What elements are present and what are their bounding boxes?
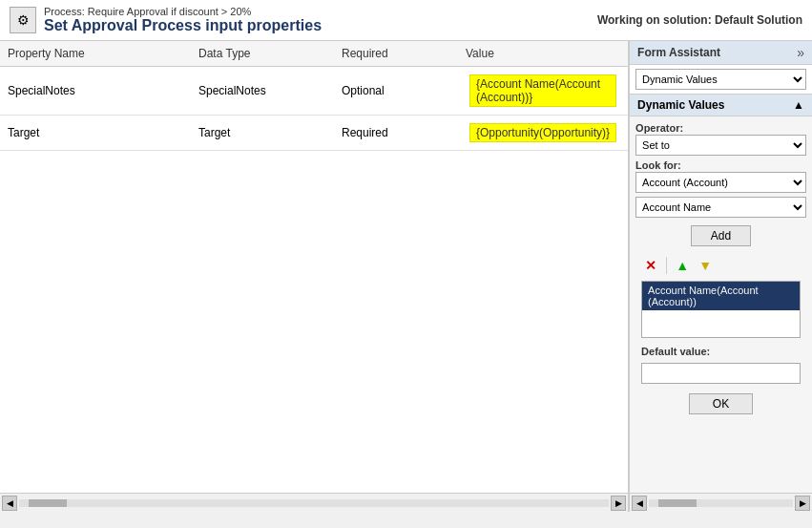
right-scroll-thumb (658, 499, 697, 507)
dynamic-values-section: Dynamic Values ▲ (630, 95, 812, 116)
left-panel: Property Name Data Type Required Value S… (0, 41, 629, 512)
collapse-icon[interactable]: ▲ (793, 98, 804, 112)
process-icon: ⚙ (10, 7, 36, 33)
col-property-name: Property Name (8, 47, 198, 60)
separator (666, 257, 667, 274)
panel-content: Operator: Set to Look for: Account (Acco… (630, 116, 812, 493)
dynamic-values-select[interactable]: Dynamic Values (635, 69, 806, 90)
action-bar: ✕ ▲ ▼ (635, 254, 806, 277)
operator-group: Operator: Set to (635, 122, 806, 156)
delete-icon[interactable]: ✕ (641, 256, 660, 275)
cell-datatype-1: SpecialNotes (198, 84, 342, 97)
solution-label: Working on solution: Default Solution (597, 13, 802, 27)
main-container: Property Name Data Type Required Value S… (0, 41, 812, 512)
operator-select[interactable]: Set to (635, 135, 806, 156)
cell-required-2: Required (342, 126, 466, 139)
cell-value-1[interactable]: {Account Name(Account (Account))} (466, 73, 620, 109)
lookfor-select[interactable]: Account (Account) (635, 172, 806, 193)
cell-property-1: SpecialNotes (8, 84, 198, 97)
cell-property-2: Target (8, 126, 198, 139)
form-assistant-header: Form Assistant » (630, 41, 812, 65)
field-select[interactable]: Account Name (635, 197, 806, 218)
value-highlight-2[interactable]: {Opportunity(Opportunity)} (469, 123, 616, 142)
default-value-label: Default value: (635, 342, 806, 359)
cell-datatype-2: Target (198, 126, 342, 139)
lookfor-group: Look for: Account (Account) Account Name (635, 159, 806, 218)
table-row: SpecialNotes SpecialNotes Optional {Acco… (0, 67, 628, 116)
col-required: Required (342, 47, 466, 60)
value-list-item[interactable]: Account Name(Account (Account)) (642, 282, 800, 310)
table-row: Target Target Required {Opportunity(Oppo… (0, 116, 628, 151)
scroll-thumb (29, 499, 67, 507)
ok-button[interactable]: OK (689, 393, 753, 414)
expand-icon[interactable]: » (797, 45, 804, 60)
right-bottom-scrollbar: ◀ ▶ (630, 493, 812, 512)
top-bar: ⚙ Process: Require Approval if discount … (0, 0, 812, 41)
table-header: Property Name Data Type Required Value (0, 41, 628, 67)
dynamic-values-row: Dynamic Values (630, 65, 812, 95)
cell-required-1: Optional (342, 84, 466, 97)
down-icon[interactable]: ▼ (696, 256, 715, 275)
table-body: SpecialNotes SpecialNotes Optional {Acco… (0, 67, 628, 493)
add-button[interactable]: Add (691, 225, 751, 246)
scroll-track[interactable] (19, 499, 609, 507)
right-scroll-left[interactable]: ◀ (632, 496, 647, 511)
form-assistant-title: Form Assistant (637, 46, 720, 59)
up-icon[interactable]: ▲ (673, 256, 692, 275)
col-data-type: Data Type (198, 47, 342, 60)
value-list: Account Name(Account (Account)) (641, 281, 801, 338)
right-scroll-track[interactable] (649, 499, 793, 507)
col-value: Value (466, 47, 620, 60)
title-group: Process: Require Approval if discount > … (44, 6, 322, 34)
dynamic-values-section-title: Dynamic Values (637, 98, 724, 112)
right-panel: Form Assistant » Dynamic Values Dynamic … (629, 41, 812, 512)
page-title: Set Approval Process input properties (44, 17, 322, 34)
operator-label: Operator: (635, 122, 806, 134)
value-highlight-1[interactable]: {Account Name(Account (Account))} (469, 74, 616, 107)
top-bar-left: ⚙ Process: Require Approval if discount … (10, 6, 322, 34)
lookfor-label: Look for: (635, 159, 806, 171)
bottom-scrollbar: ◀ ▶ (0, 493, 628, 512)
process-title: Process: Require Approval if discount > … (44, 6, 322, 17)
scroll-left-arrow[interactable]: ◀ (2, 496, 17, 511)
right-scroll-right[interactable]: ▶ (795, 496, 810, 511)
cell-value-2[interactable]: {Opportunity(Opportunity)} (466, 121, 620, 144)
default-value-input[interactable] (641, 363, 801, 384)
scroll-right-arrow[interactable]: ▶ (611, 496, 626, 511)
